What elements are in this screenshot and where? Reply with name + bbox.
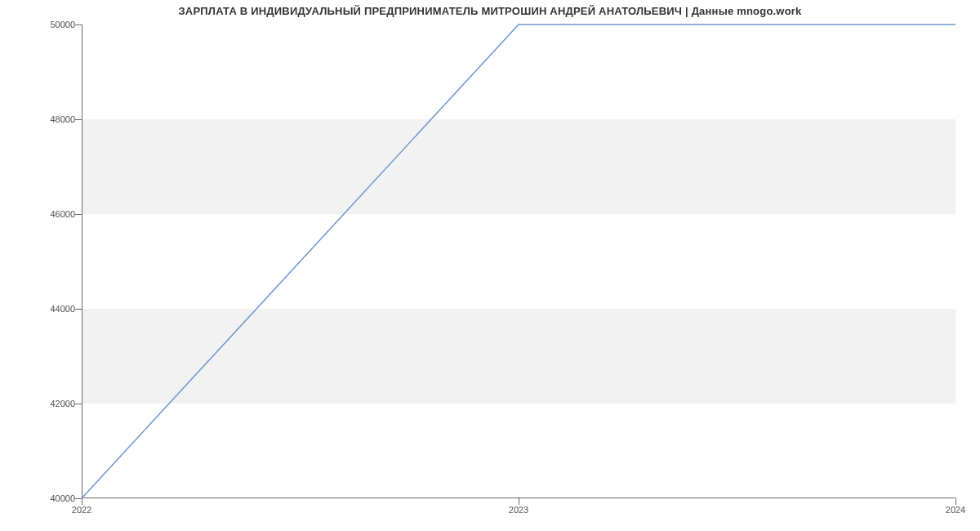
line-series bbox=[82, 25, 956, 498]
y-tick bbox=[75, 25, 82, 25]
y-tick-label: 44000 bbox=[10, 304, 75, 314]
y-tick-label: 50000 bbox=[10, 20, 75, 29]
y-tick bbox=[75, 404, 82, 404]
series-path bbox=[82, 25, 956, 498]
y-tick bbox=[75, 119, 82, 120]
x-tick bbox=[82, 498, 82, 505]
y-tick-label: 40000 bbox=[10, 493, 75, 503]
y-tick bbox=[75, 498, 82, 499]
plot-area bbox=[82, 25, 956, 498]
chart-title: ЗАРПЛАТА В ИНДИВИДУАЛЬНЫЙ ПРЕДПРИНИМАТЕЛ… bbox=[0, 5, 980, 17]
x-tick-label: 2024 bbox=[946, 505, 965, 515]
x-tick-label: 2022 bbox=[72, 505, 91, 515]
y-tick bbox=[75, 214, 82, 215]
y-tick-label: 42000 bbox=[10, 399, 75, 408]
y-tick bbox=[75, 309, 82, 310]
chart-container: ЗАРПЛАТА В ИНДИВИДУАЛЬНЫЙ ПРЕДПРИНИМАТЕЛ… bbox=[0, 0, 980, 531]
x-tick bbox=[519, 498, 519, 505]
y-tick-label: 46000 bbox=[10, 209, 75, 219]
x-tick-label: 2023 bbox=[509, 505, 528, 515]
y-tick-label: 48000 bbox=[10, 114, 75, 124]
x-tick bbox=[956, 498, 956, 505]
